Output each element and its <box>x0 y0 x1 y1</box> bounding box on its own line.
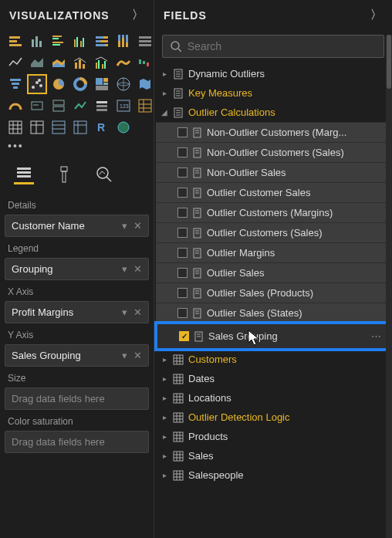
chevron-down-icon[interactable]: ▾ <box>122 263 127 275</box>
collapse-icon[interactable]: 〉 <box>370 8 383 22</box>
table-123-icon[interactable]: 123 <box>114 96 133 115</box>
gauge-icon[interactable] <box>6 96 25 115</box>
column-row[interactable]: Non-Outlier Sales <box>156 162 390 182</box>
checkbox[interactable] <box>177 268 188 278</box>
stacked-column-icon[interactable] <box>28 32 46 50</box>
100-bar-icon[interactable] <box>136 32 154 50</box>
column-row[interactable]: Outlier Sales (States) <box>156 303 390 323</box>
caret-right-icon[interactable]: ▸ <box>161 452 168 460</box>
remove-icon[interactable]: ✕ <box>133 263 142 275</box>
column-row[interactable]: Outlier Customers (Sales) <box>156 222 390 242</box>
chevron-down-icon[interactable]: ▾ <box>122 220 127 232</box>
checkbox[interactable] <box>177 127 188 137</box>
card-icon[interactable] <box>28 96 46 115</box>
format-tab-icon[interactable] <box>54 164 74 184</box>
donut-chart-icon[interactable] <box>71 75 90 93</box>
slicer-icon[interactable] <box>93 96 111 115</box>
checkbox[interactable] <box>177 248 188 258</box>
table-row[interactable]: ▸Dynamic Outliers <box>156 64 390 83</box>
table-row[interactable]: ▸Key Measures <box>156 83 390 103</box>
size-well[interactable]: Drag data fields here <box>5 387 149 410</box>
line-clustered-column-icon[interactable] <box>93 53 111 72</box>
search-box[interactable] <box>162 35 384 58</box>
remove-icon[interactable]: ✕ <box>133 350 142 361</box>
column-row[interactable]: Sales Grouping⋯ <box>156 323 390 350</box>
caret-right-icon[interactable]: ▸ <box>161 394 168 402</box>
checkbox[interactable] <box>177 228 188 238</box>
checkbox[interactable] <box>179 331 189 341</box>
caret-right-icon[interactable]: ▸ <box>161 471 168 479</box>
more-visuals-icon[interactable]: ••• <box>0 140 154 157</box>
table-row[interactable]: ▸Outlier Detection Logic <box>156 408 390 427</box>
chevron-down-icon[interactable]: ▾ <box>122 306 127 318</box>
funnel-icon[interactable] <box>6 75 25 93</box>
table-row[interactable]: ▸Sales <box>156 446 390 465</box>
scatter-chart-icon[interactable] <box>28 75 46 93</box>
kpi-icon[interactable] <box>71 96 90 115</box>
column-row[interactable]: Outlier Margins <box>156 242 390 262</box>
column-row[interactable]: Outlier Sales <box>156 262 390 283</box>
scrollbar[interactable] <box>386 35 392 538</box>
matrix-viz-icon[interactable] <box>28 118 46 137</box>
caret-right-icon[interactable]: ▸ <box>161 89 168 97</box>
r-visual-icon[interactable]: R <box>93 118 111 137</box>
table-row[interactable]: ▸Salespeople <box>156 465 390 485</box>
map-icon[interactable] <box>114 75 133 93</box>
stacked-bar-100-icon[interactable] <box>93 32 111 50</box>
checkbox[interactable] <box>177 288 188 298</box>
matrix-alt-icon[interactable] <box>71 118 90 137</box>
stacked-bar-icon[interactable] <box>6 32 25 50</box>
matrix-icon[interactable] <box>136 96 154 115</box>
colorsat-well[interactable]: Drag data fields here <box>5 431 149 453</box>
checkbox[interactable] <box>177 188 188 198</box>
table-row[interactable]: ▸Customers <box>156 350 390 369</box>
caret-right-icon[interactable]: ▸ <box>161 69 168 78</box>
line-chart-icon[interactable] <box>6 53 25 72</box>
filled-map-icon[interactable] <box>136 75 154 93</box>
more-icon[interactable]: ⋯ <box>371 330 381 342</box>
stacked-area-icon[interactable] <box>49 53 68 72</box>
checkbox[interactable] <box>177 208 188 218</box>
clustered-bar-icon[interactable] <box>49 32 68 50</box>
xaxis-well[interactable]: Profit Margins ▾✕ <box>5 301 149 323</box>
chevron-down-icon[interactable]: ▾ <box>122 350 127 361</box>
table-alt-icon[interactable] <box>49 118 68 137</box>
column-row[interactable]: Outlier Customers (Margins) <box>156 202 390 222</box>
legend-well[interactable]: Grouping ▾✕ <box>5 258 149 280</box>
fields-tab-icon[interactable] <box>14 164 34 184</box>
yaxis-well[interactable]: Sales Grouping ▾✕ <box>5 344 149 367</box>
caret-right-icon[interactable]: ▸ <box>161 355 168 364</box>
collapse-icon[interactable]: 〉 <box>132 8 144 22</box>
table-row[interactable]: ▸Locations <box>156 388 390 408</box>
multi-row-card-icon[interactable] <box>49 96 68 115</box>
table-row[interactable]: ◢Outlier Calculations <box>156 103 390 122</box>
scrollbar-thumb[interactable] <box>387 35 391 89</box>
caret-right-icon[interactable]: ▸ <box>161 432 168 441</box>
arcgis-icon[interactable] <box>114 118 133 137</box>
column-row[interactable]: Non-Outlier Customers (Sales) <box>156 142 390 162</box>
clustered-column-icon[interactable] <box>71 32 90 50</box>
column-row[interactable]: Outlier Sales (Products) <box>156 283 390 303</box>
details-well[interactable]: Customer Name ▾✕ <box>5 215 149 237</box>
treemap-icon[interactable] <box>93 75 111 93</box>
caret-right-icon[interactable]: ▸ <box>161 413 168 421</box>
checkbox[interactable] <box>177 167 188 178</box>
table-row[interactable]: ▸Products <box>156 427 390 446</box>
checkbox[interactable] <box>177 147 188 157</box>
area-chart-icon[interactable] <box>28 53 46 72</box>
checkbox[interactable] <box>177 308 188 318</box>
caret-down-icon[interactable]: ◢ <box>161 108 168 117</box>
remove-icon[interactable]: ✕ <box>133 220 142 232</box>
line-stacked-column-icon[interactable] <box>71 53 90 72</box>
column-row[interactable]: Non-Outlier Customers (Marg... <box>156 122 390 142</box>
pie-chart-icon[interactable] <box>49 75 68 93</box>
ribbon-chart-icon[interactable] <box>114 53 133 72</box>
column-row[interactable]: Outlier Customer Sales <box>156 182 390 202</box>
waterfall-icon[interactable] <box>136 53 154 72</box>
search-input[interactable] <box>188 40 376 52</box>
stacked-column-100-icon[interactable] <box>114 32 133 50</box>
table-viz-icon[interactable] <box>6 118 25 137</box>
analytics-tab-icon[interactable] <box>94 164 114 184</box>
caret-right-icon[interactable]: ▸ <box>161 374 168 383</box>
remove-icon[interactable]: ✕ <box>133 306 142 318</box>
